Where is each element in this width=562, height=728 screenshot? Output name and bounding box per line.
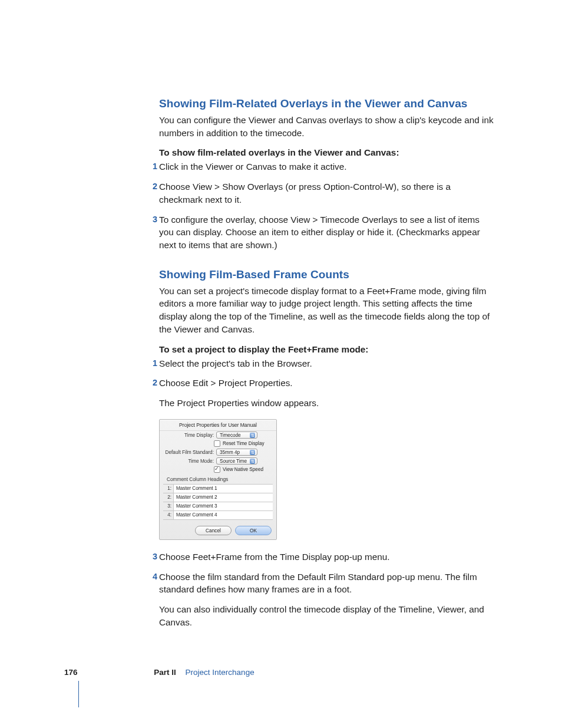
- step-number: 4: [149, 571, 157, 583]
- footer-part: Part II: [154, 668, 176, 677]
- reset-time-display-label: Reset Time Display: [223, 441, 265, 446]
- film-standard-popup[interactable]: 35mm 4p ⇅: [216, 449, 257, 456]
- step-text: To configure the overlay, choose View > …: [159, 215, 480, 250]
- page: Showing Film-Related Overlays in the Vie…: [0, 0, 562, 728]
- step-text: Click in the Viewer or Canvas to make it…: [159, 162, 347, 172]
- step-number: 1: [149, 160, 157, 173]
- section-heading-overlays: Showing Film-Related Overlays in the Vie…: [159, 97, 495, 110]
- section1-step-3: 3 To configure the overlay, choose View …: [159, 213, 495, 252]
- section2-intro: You can set a project's timecode display…: [159, 285, 495, 336]
- step-text: Choose Feet+Frame from the Time Display …: [159, 552, 390, 562]
- comment-field[interactable]: Master Comment 1: [174, 485, 273, 493]
- step-text: Choose Edit > Project Properties.: [159, 378, 293, 388]
- row-time-display: Time Display: Timecode ⇅: [160, 431, 276, 440]
- chevron-updown-icon: ⇅: [250, 459, 255, 464]
- section2-step-2: 2 Choose Edit > Project Properties.: [159, 377, 495, 390]
- step-number: 2: [149, 180, 157, 193]
- row-view-native-speed: View Native Speed: [160, 466, 276, 474]
- step-text: Select the project's tab in the Browser.: [159, 358, 312, 368]
- step-number: 3: [149, 551, 157, 563]
- film-standard-value: 35mm 4p: [220, 450, 240, 455]
- comment-field[interactable]: Master Comment 4: [174, 511, 273, 519]
- time-display-label: Time Display:: [163, 432, 216, 438]
- row-film-standard: Default Film Standard: 35mm 4p ⇅: [160, 448, 276, 457]
- time-display-popup[interactable]: Timecode ⇅: [216, 431, 257, 439]
- section2-step-1: 1 Select the project's tab in the Browse…: [159, 357, 495, 370]
- section1-step-1: 1 Click in the Viewer or Canvas to make …: [159, 160, 495, 173]
- ok-button[interactable]: OK: [235, 526, 272, 535]
- page-footer: 176 Part II Project Interchange: [64, 668, 494, 677]
- step-text: Choose View > Show Overlays (or press Op…: [159, 182, 451, 205]
- section1-intro: You can configure the Viewer and Canvas …: [159, 114, 495, 139]
- section-heading-framecounts: Showing Film-Based Frame Counts: [159, 268, 495, 281]
- step-number: 1: [149, 357, 157, 370]
- cancel-button[interactable]: Cancel: [195, 526, 232, 535]
- section2-step-3: 3 Choose Feet+Frame from the Time Displa…: [159, 551, 495, 564]
- dialog-title: Project Properties for User Manual: [160, 420, 276, 431]
- step-number: 3: [149, 213, 157, 226]
- comment-num: 2:: [163, 493, 174, 502]
- comment-row: 4: Master Comment 4: [163, 511, 273, 520]
- section2-after-step2: The Project Properties window appears.: [159, 397, 495, 410]
- section1-procedure-title: To show film-related overlays in the Vie…: [159, 147, 495, 158]
- comment-num: 4:: [163, 511, 174, 519]
- reset-time-display-checkbox[interactable]: [214, 440, 220, 447]
- section2-procedure-title: To set a project to display the Feet+Fra…: [159, 344, 495, 355]
- film-standard-label: Default Film Standard:: [163, 449, 216, 455]
- step-text: Choose the film standard from the Defaul…: [159, 572, 477, 595]
- step-number: 2: [149, 377, 157, 389]
- section2-step-4: 4 Choose the film standard from the Defa…: [159, 571, 495, 596]
- content-area: Showing Film-Related Overlays in the Vie…: [159, 97, 495, 638]
- comment-row: 3: Master Comment 3: [163, 502, 273, 511]
- time-mode-value: Source Time: [220, 459, 247, 464]
- comment-num: 3:: [163, 502, 174, 510]
- time-mode-popup[interactable]: Source Time ⇅: [216, 457, 257, 465]
- section2-tail: You can also individually control the ti…: [159, 603, 495, 628]
- comment-row: 1: Master Comment 1: [163, 485, 273, 493]
- row-time-mode: Time Mode: Source Time ⇅: [160, 457, 276, 466]
- footer-chapter: Project Interchange: [186, 668, 254, 677]
- chevron-updown-icon: ⇅: [250, 433, 255, 438]
- view-native-speed-label: View Native Speed: [223, 467, 263, 472]
- section2: Showing Film-Based Frame Counts You can …: [159, 268, 495, 629]
- comment-field[interactable]: Master Comment 2: [174, 493, 273, 502]
- chevron-updown-icon: ⇅: [250, 450, 255, 455]
- time-display-value: Timecode: [220, 433, 241, 438]
- row-reset-time-display: Reset Time Display: [160, 440, 276, 448]
- dialog-buttons: Cancel OK: [160, 522, 276, 539]
- footer-rule: [78, 681, 79, 707]
- comment-field[interactable]: Master Comment 3: [174, 502, 273, 510]
- comment-row: 2: Master Comment 2: [163, 493, 273, 502]
- section1-step-2: 2 Choose View > Show Overlays (or press …: [159, 180, 495, 206]
- time-mode-label: Time Mode:: [163, 458, 216, 464]
- project-properties-dialog: Project Properties for User Manual Time …: [159, 419, 277, 540]
- view-native-speed-checkbox[interactable]: [214, 466, 220, 473]
- comment-num: 1:: [163, 485, 174, 493]
- page-number: 176: [64, 668, 78, 677]
- comment-headings-label: Comment Column Headings: [160, 474, 276, 484]
- comment-table: 1: Master Comment 1 2: Master Comment 2 …: [163, 484, 273, 520]
